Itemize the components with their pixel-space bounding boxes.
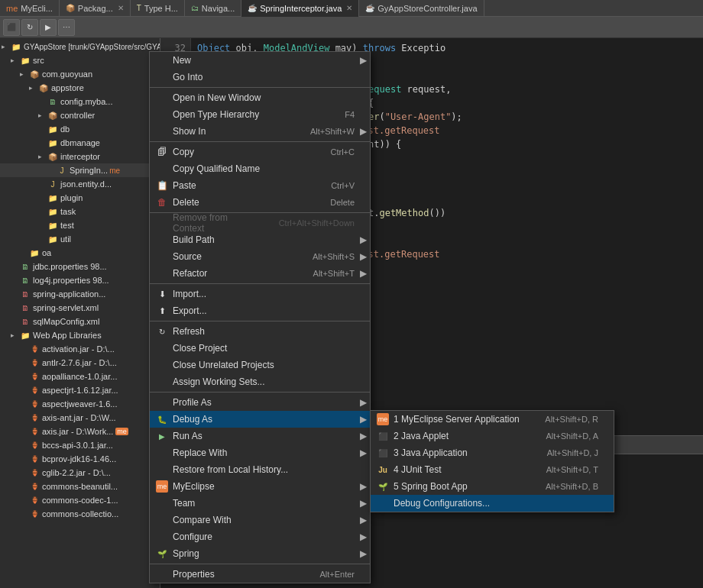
- menu-item-debug-as[interactable]: 🐛 Debug As ▶ me 1 MyEclipse Server Appli…: [150, 411, 370, 428]
- tree-item-appstore[interactable]: ▸ 📦 appstore: [0, 81, 160, 95]
- xml-icon-1: 🗎: [20, 289, 31, 299]
- menu-item-assign-working-sets[interactable]: Assign Working Sets...: [150, 373, 370, 390]
- left-panel: ▸ 📁 GYAppStore [trunk/GYAppStore/src/GYA…: [0, 38, 160, 588]
- debug-as-submenu[interactable]: me 1 MyEclipse Server Application Alt+Sh…: [370, 410, 614, 512]
- debug-submenu-debug-configs[interactable]: Debug Configurations...: [371, 495, 614, 512]
- spring-icon: 🌱: [156, 548, 168, 560]
- menu-item-open-type-hierarchy[interactable]: Open Type Hierarchy F4: [150, 106, 370, 123]
- tree-item-antlr[interactable]: ▸ 🏺 antlr-2.7.6.jar - D:\...: [0, 356, 160, 370]
- tree-item-test[interactable]: ▸ 📁 test: [0, 218, 160, 232]
- menu-item-copy[interactable]: 🗐 Copy Ctrl+C: [150, 144, 370, 160]
- tab-packages[interactable]: 📦 Packag... ✕: [60, 0, 131, 17]
- menu-item-compare-with[interactable]: Compare With ▶: [150, 512, 370, 528]
- java-icon-2: J: [47, 179, 58, 189]
- toolbar-btn-1[interactable]: ⬛: [3, 19, 20, 36]
- menu-item-export[interactable]: ⬆ Export...: [150, 302, 370, 319]
- tree-item-controller[interactable]: ▸ 📦 controller: [0, 108, 160, 122]
- folder-icon-oa: 📁: [29, 247, 40, 258]
- menu-item-refresh[interactable]: ↻ Refresh: [150, 323, 370, 340]
- tab-springinterceptor[interactable]: ☕ SpringInterceptor.java ✕: [241, 0, 359, 17]
- tree-item-commons-collect[interactable]: ▸ 🏺 commons-collectio...: [0, 507, 160, 521]
- close-tab-spring[interactable]: ✕: [346, 4, 352, 12]
- tree-item-src[interactable]: ▸ 📁 src: [0, 53, 160, 67]
- tab-myeclipse[interactable]: me MyEcli...: [0, 0, 60, 17]
- tab-navigator[interactable]: 🗂 Naviga...: [185, 0, 241, 17]
- menu-item-go-into[interactable]: Go Into: [150, 69, 370, 86]
- tree-item-springin[interactable]: ▸ J SpringIn... me: [0, 163, 160, 177]
- menu-item-replace-with[interactable]: Replace With ▶: [150, 444, 370, 461]
- tree-root[interactable]: ▸ 📁 GYAppStore [trunk/GYAppStore/src/GYA…: [0, 40, 160, 53]
- menu-item-profile-as[interactable]: Profile As ▶: [150, 394, 370, 411]
- context-menu[interactable]: New ▶ Go Into Open in New Window Open Ty…: [149, 51, 371, 583]
- toolbar-btn-3[interactable]: ▶: [40, 19, 57, 36]
- tree-item-task[interactable]: ▸ 📁 task: [0, 205, 160, 218]
- debug-submenu-myeclipse-server[interactable]: me 1 MyEclipse Server Application Alt+Sh…: [371, 411, 614, 428]
- build-path-arrow: ▶: [360, 234, 367, 245]
- debug-submenu-java-applet[interactable]: ⬛ 2 Java Applet Alt+Shift+D, A: [371, 428, 614, 444]
- assign-working-sets-icon: [156, 376, 168, 388]
- tree-item-aspectjweaver[interactable]: ▸ 🏺 aspectjweaver-1.6...: [0, 397, 160, 411]
- tree-item-webapp-libs[interactable]: ▸ 📁 Web App Libraries: [0, 328, 160, 342]
- tree-item-commons-codec[interactable]: ▸ 🏺 commons-codec-1...: [0, 493, 160, 507]
- menu-item-configure[interactable]: Configure ▶: [150, 528, 370, 545]
- menu-item-source[interactable]: Source Alt+Shift+S ▶: [150, 248, 370, 265]
- tree-item-db[interactable]: ▸ 📁 db: [0, 122, 160, 136]
- menu-item-import[interactable]: ⬇ Import...: [150, 286, 370, 302]
- menu-item-spring[interactable]: 🌱 Spring ▶: [150, 545, 370, 562]
- tree-item-cglib[interactable]: ▸ 🏺 cglib-2.2.jar - D:\...: [0, 466, 160, 480]
- menu-item-new[interactable]: New ▶: [150, 52, 370, 69]
- remove-context-icon: [156, 217, 168, 229]
- tree-item-activation[interactable]: ▸ 🏺 activation.jar - D:\...: [0, 342, 160, 356]
- tree-item-comguoyuan[interactable]: ▸ 📦 com.guoyuan: [0, 67, 160, 81]
- tree-item-spring-app[interactable]: ▸ 🗎 spring-application...: [0, 287, 160, 301]
- tree-item-commons-bean[interactable]: ▸ 🏺 commons-beanutil...: [0, 480, 160, 493]
- menu-item-close-unrelated[interactable]: Close Unrelated Projects: [150, 357, 370, 373]
- menu-item-copy-qualified[interactable]: Copy Qualified Name: [150, 160, 370, 177]
- tree-item-spring-servlet[interactable]: ▸ 🗎 spring-servlet.xml: [0, 301, 160, 315]
- tree-item-sqlmap[interactable]: ▸ 🗎 sqlMapConfig.xml: [0, 315, 160, 328]
- tree-item-bcprov[interactable]: ▸ 🏺 bcprov-jdk16-1.46...: [0, 452, 160, 466]
- debug-submenu-junit[interactable]: Ju 4 JUnit Test Alt+Shift+D, T: [371, 461, 614, 478]
- debug-submenu-spring-boot[interactable]: 🌱 5 Spring Boot App Alt+Shift+D, B: [371, 478, 614, 495]
- menu-item-properties[interactable]: Properties Alt+Enter: [150, 566, 370, 583]
- menu-item-run-as[interactable]: ▶ Run As ▶: [150, 428, 370, 444]
- close-tab-packages[interactable]: ✕: [118, 4, 124, 12]
- tree-item-aspectjrt[interactable]: ▸ 🏺 aspectjrt-1.6.12.jar...: [0, 383, 160, 397]
- folder-icon-dbmanage: 📁: [47, 137, 58, 148]
- props-icon-log4j: 🗎: [20, 275, 31, 286]
- tree-item-axisant[interactable]: ▸ 🏺 axis-ant.jar - D:\W...: [0, 411, 160, 425]
- tree-item-util[interactable]: ▸ 📁 util: [0, 232, 160, 246]
- menu-item-delete[interactable]: 🗑 Delete Delete: [150, 194, 370, 211]
- debug-submenu-java-app[interactable]: ⬛ 3 Java Application Alt+Shift+D, J: [371, 444, 614, 461]
- menu-item-show-in[interactable]: Show In Alt+Shift+W ▶: [150, 123, 370, 140]
- tree-item-oa[interactable]: ▸ 📁 oa: [0, 246, 160, 260]
- tree-item-aopalliance[interactable]: ▸ 🏺 aopalliance-1.0.jar...: [0, 370, 160, 383]
- menu-item-build-path[interactable]: Build Path ▶: [150, 231, 370, 248]
- tree-item-config[interactable]: ▸ 🗎 config.myba...: [0, 95, 160, 108]
- menu-item-close-project[interactable]: Close Project: [150, 340, 370, 357]
- tree-item-jsonentity[interactable]: ▸ J json.entity.d...: [0, 177, 160, 191]
- tab-typehier[interactable]: T Type H...: [131, 0, 185, 17]
- source-arrow: ▶: [360, 251, 367, 262]
- tree-item-plugin[interactable]: ▸ 📁 plugin: [0, 191, 160, 205]
- menu-item-paste[interactable]: 📋 Paste Ctrl+V: [150, 177, 370, 194]
- tree-item-interceptor[interactable]: ▸ 📦 interceptor: [0, 150, 160, 163]
- menu-item-team[interactable]: Team ▶: [150, 495, 370, 512]
- tree-item-axis[interactable]: ▸ 🏺 axis.jar - D:\Work... me: [0, 425, 160, 438]
- tab-gyappstore[interactable]: ☕ GyAppStoreController.java: [359, 0, 484, 17]
- tree-container[interactable]: ▸ 📁 GYAppStore [trunk/GYAppStore/src/GYA…: [0, 38, 160, 588]
- menu-item-remove-context[interactable]: Remove from Context Ctrl+Alt+Shift+Down: [150, 215, 370, 231]
- toolbar-btn-4[interactable]: ⋯: [58, 19, 75, 36]
- tree-item-dbmanage[interactable]: ▸ 📁 dbmanage: [0, 136, 160, 150]
- tree-item-jdbc[interactable]: ▸ 🗎 jdbc.properties 98...: [0, 260, 160, 273]
- tree-item-log4j[interactable]: ▸ 🗎 log4j.properties 98...: [0, 273, 160, 287]
- open-new-win-icon: [156, 92, 168, 104]
- gyappstore-icon: ☕: [365, 4, 374, 12]
- menu-item-restore-history[interactable]: Restore from Local History...: [150, 461, 370, 478]
- build-path-icon: [156, 234, 168, 246]
- toolbar-btn-2[interactable]: ↻: [21, 19, 38, 36]
- menu-item-open-new-window[interactable]: Open in New Window: [150, 89, 370, 106]
- menu-item-refactor[interactable]: Refactor Alt+Shift+T ▶: [150, 265, 370, 282]
- tree-item-bccsapi[interactable]: ▸ 🏺 bccs-api-3.0.1.jar...: [0, 438, 160, 452]
- menu-item-myeclipse[interactable]: me MyEclipse ▶: [150, 478, 370, 495]
